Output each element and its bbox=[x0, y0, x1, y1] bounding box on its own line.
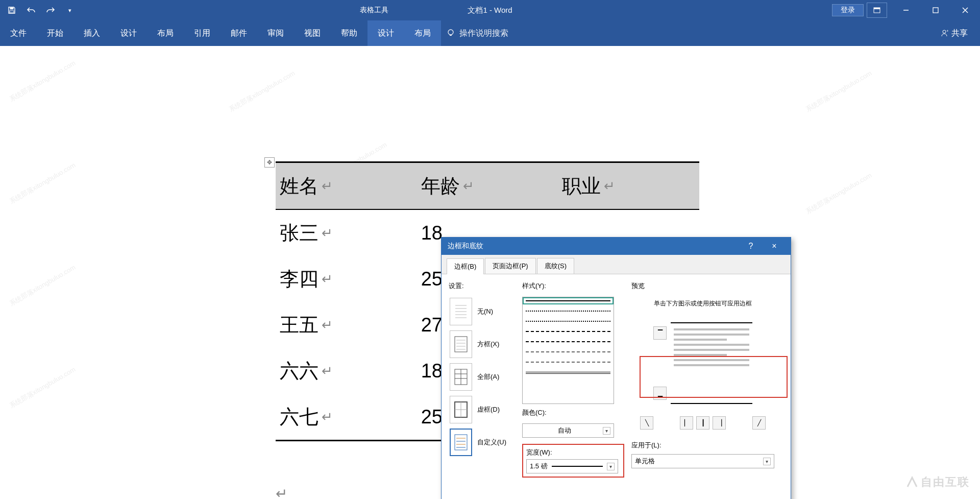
preview-canvas: ▔ ▁ bbox=[631, 317, 774, 409]
line-style-dashed-wide[interactable] bbox=[526, 341, 610, 342]
header-cell: 职业↵ bbox=[558, 173, 699, 199]
watermark: 系统部落xitongbuluo.com bbox=[8, 59, 77, 104]
preview-bottom-border-button[interactable]: ▁ bbox=[653, 387, 667, 400]
contextual-tab-label: 表格工具 bbox=[347, 6, 401, 15]
tab-mailings[interactable]: 邮件 bbox=[220, 20, 257, 46]
table-move-handle-icon[interactable]: ✥ bbox=[264, 157, 275, 168]
dialog-close-icon[interactable]: × bbox=[764, 242, 785, 251]
tell-me-label: 操作说明搜索 bbox=[459, 28, 508, 39]
tab-table-design[interactable]: 设计 bbox=[368, 20, 404, 46]
window-controls: 登录 bbox=[832, 0, 980, 20]
line-style-dashdotdot[interactable] bbox=[526, 362, 610, 363]
share-button[interactable]: + 共享 bbox=[940, 28, 968, 39]
svg-rect-5 bbox=[933, 8, 938, 13]
site-watermark: 自由互联 bbox=[905, 474, 970, 490]
tab-shading[interactable]: 底纹(S) bbox=[537, 258, 574, 274]
preview-hint: 单击下方图示或使用按钮可应用边框 bbox=[631, 299, 774, 308]
title-bar: ▾ 表格工具 文档1 - Word 登录 bbox=[0, 0, 980, 20]
dialog-body: 设置: 无(N) 方框(X) 全部(A) 虚框(D) 自定义(U) 样式(Y): bbox=[442, 274, 791, 499]
borders-shading-dialog: 边框和底纹 ? × 边框(B) 页面边框(P) 底纹(S) 设置: 无(N) 方… bbox=[441, 237, 791, 499]
header-cell: 姓名↵ bbox=[276, 173, 417, 199]
width-highlight: 宽度(W): 1.5 磅 ▾ bbox=[522, 444, 624, 478]
line-style-solid[interactable] bbox=[526, 300, 610, 301]
svg-point-7 bbox=[943, 30, 946, 33]
preview-label: 预览 bbox=[631, 281, 774, 291]
qat-customize-icon[interactable]: ▾ bbox=[61, 2, 79, 19]
tab-page-border[interactable]: 页面边框(P) bbox=[485, 258, 535, 274]
tab-table-layout[interactable]: 布局 bbox=[404, 20, 441, 46]
tab-borders[interactable]: 边框(B) bbox=[447, 258, 484, 274]
redo-icon[interactable] bbox=[42, 2, 59, 19]
tab-review[interactable]: 审阅 bbox=[257, 20, 294, 46]
document-title: 文档1 - Word bbox=[468, 6, 512, 15]
return-icon: ↵ bbox=[604, 178, 615, 194]
document-area: 系统部落xitongbuluo.com 系统部落xitongbuluo.com … bbox=[0, 46, 980, 499]
watermark: 系统部落xitongbuluo.com bbox=[804, 171, 873, 217]
table-header-row[interactable]: 姓名↵ 年龄↵ 职业↵ bbox=[276, 163, 699, 209]
dialog-tabs: 边框(B) 页面边框(P) 底纹(S) bbox=[442, 255, 791, 274]
tab-insert[interactable]: 插入 bbox=[74, 20, 110, 46]
apply-to-label: 应用于(L): bbox=[631, 441, 662, 450]
svg-rect-1 bbox=[10, 8, 13, 9]
watermark: 系统部落xitongbuluo.com bbox=[8, 365, 77, 411]
line-style-dotted-fine[interactable] bbox=[526, 321, 610, 322]
chevron-down-icon: ▾ bbox=[607, 463, 615, 470]
color-label: 颜色(C): bbox=[522, 408, 624, 417]
setting-box[interactable]: 方框(X) bbox=[449, 329, 515, 359]
preview-left-border-button[interactable]: ▏ bbox=[680, 416, 693, 430]
tab-layout[interactable]: 布局 bbox=[147, 20, 184, 46]
undo-icon[interactable] bbox=[22, 2, 40, 19]
setting-all[interactable]: 全部(A) bbox=[449, 362, 515, 392]
preview-inside-v-button[interactable]: ┃ bbox=[696, 416, 709, 430]
return-icon: ↵ bbox=[322, 178, 333, 194]
tab-view[interactable]: 视图 bbox=[294, 20, 331, 46]
save-icon[interactable] bbox=[3, 2, 20, 19]
setting-grid[interactable]: 虚框(D) bbox=[449, 395, 515, 424]
tab-file[interactable]: 文件 bbox=[0, 20, 37, 46]
color-combo[interactable]: 自动▾ bbox=[522, 423, 614, 438]
apply-to-combo[interactable]: 单元格▾ bbox=[631, 454, 774, 468]
share-label: 共享 bbox=[951, 28, 968, 39]
watermark: 系统部落xitongbuluo.com bbox=[804, 69, 873, 114]
style-label: 样式(Y): bbox=[522, 281, 624, 291]
preview-diag-up-button[interactable]: ╱ bbox=[752, 416, 766, 430]
logo-icon bbox=[905, 476, 919, 489]
return-icon: ↵ bbox=[463, 178, 474, 194]
width-combo[interactable]: 1.5 磅 ▾ bbox=[526, 459, 618, 473]
dialog-help-icon[interactable]: ? bbox=[741, 242, 761, 251]
close-icon[interactable] bbox=[950, 0, 980, 20]
svg-point-6 bbox=[448, 30, 453, 35]
tab-home[interactable]: 开始 bbox=[37, 20, 74, 46]
setting-none[interactable]: 无(N) bbox=[449, 297, 515, 326]
line-style-double[interactable] bbox=[526, 372, 610, 374]
maximize-icon[interactable] bbox=[921, 0, 950, 20]
setting-custom[interactable]: 自定义(U) bbox=[449, 427, 515, 457]
svg-rect-3 bbox=[874, 8, 880, 9]
watermark: 系统部落xitongbuluo.com bbox=[227, 69, 297, 114]
watermark: 系统部落xitongbuluo.com bbox=[8, 161, 77, 206]
tab-design[interactable]: 设计 bbox=[110, 20, 147, 46]
svg-rect-0 bbox=[10, 11, 14, 13]
line-style-dotted[interactable] bbox=[526, 311, 610, 312]
minimize-icon[interactable] bbox=[891, 0, 921, 20]
tab-help[interactable]: 帮助 bbox=[331, 20, 368, 46]
dialog-title: 边框和底纹 bbox=[448, 242, 483, 251]
line-style-dashed[interactable] bbox=[526, 331, 610, 332]
watermark: 系统部落xitongbuluo.com bbox=[8, 263, 77, 308]
share-icon: + bbox=[940, 29, 948, 37]
style-listbox[interactable] bbox=[522, 297, 614, 404]
quick-access-toolbar: ▾ bbox=[0, 2, 82, 19]
tell-me-search[interactable]: 操作说明搜索 bbox=[446, 28, 508, 39]
preview-paper[interactable] bbox=[671, 322, 752, 404]
ribbon-display-options-icon[interactable] bbox=[867, 3, 887, 18]
paragraph-mark-icon: ↵ bbox=[276, 485, 287, 499]
preview-diag-down-button[interactable]: ╲ bbox=[640, 416, 653, 430]
tab-references[interactable]: 引用 bbox=[184, 20, 220, 46]
dialog-titlebar[interactable]: 边框和底纹 ? × bbox=[442, 237, 791, 255]
preview-top-border-button[interactable]: ▔ bbox=[653, 326, 667, 340]
settings-label: 设置: bbox=[449, 281, 515, 291]
login-button[interactable]: 登录 bbox=[832, 4, 864, 16]
preview-right-border-button[interactable]: ▕ bbox=[713, 416, 726, 430]
line-style-dashdot[interactable] bbox=[526, 351, 610, 352]
header-cell: 年龄↵ bbox=[417, 173, 558, 199]
